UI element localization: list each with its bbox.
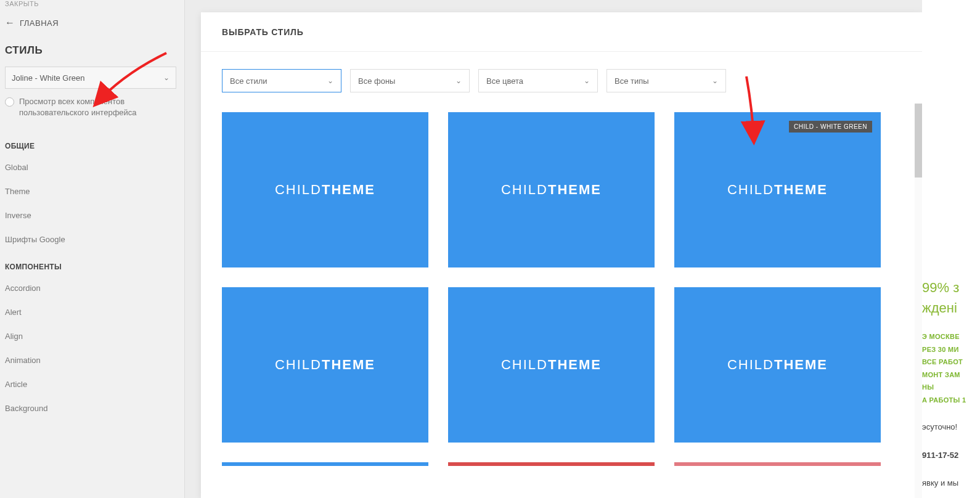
nav-animation[interactable]: Animation [5,348,179,372]
filter-label: Все типы [615,76,649,86]
filter-styles[interactable]: Все стили⌄ [222,69,341,92]
sidebar: ЗАКРЫТЬ ← ГЛАВНАЯ СТИЛЬ Joline - White G… [0,0,185,498]
theme-card[interactable] [448,462,655,466]
bg-text: ВСЕ РАБОТ [922,357,980,367]
theme-badge: CHILD - WHITE GREEN [789,121,872,133]
bg-text: 911-17-52 [922,449,980,462]
bg-text: НЫ [922,382,980,393]
nav-global[interactable]: Global [5,155,179,179]
theme-card-label: CHILDTHEME [275,357,375,373]
back-label: ГЛАВНАЯ [20,18,59,28]
view-all-components-toggle[interactable]: Просмотр всех компонентов пользовательск… [5,96,179,131]
nav-article[interactable]: Article [5,372,179,396]
theme-card-label: CHILDTHEME [275,182,375,198]
theme-card[interactable]: CHILDTHEME [222,287,428,443]
bg-text: РЕЗ 30 МИ [922,345,980,355]
nav-accordion[interactable]: Accordion [5,276,179,300]
style-select-value: Joline - White Green [12,73,85,83]
modal-body: Все стили⌄ Все фоны⌄ Все цвета⌄ Все типы… [201,52,922,498]
chevron-down-icon: ⌄ [712,76,718,85]
chevron-down-icon: ⌄ [327,76,333,85]
bg-text: явку и мы [922,477,980,489]
radio-label: Просмотр всех компонентов пользовательск… [19,96,179,118]
bg-text: 99% з [922,277,980,298]
filter-backgrounds[interactable]: Все фоны⌄ [350,69,470,92]
nav-align[interactable]: Align [5,324,179,348]
group-title-components: КОМПОНЕНТЫ [5,251,179,276]
nav-alert[interactable]: Alert [5,300,179,324]
chevron-down-icon: ⌄ [163,73,169,82]
filter-label: Все цвета [486,76,523,86]
theme-card-label: CHILDTHEME [501,357,602,373]
filter-label: Все стили [230,76,267,86]
filter-types[interactable]: Все типы⌄ [606,69,726,92]
close-link[interactable]: ЗАКРЫТЬ [5,0,179,11]
modal-scrollbar[interactable] [915,104,922,498]
style-picker-modal: ВЫБРАТЬ СТИЛЬ Все стили⌄ Все фоны⌄ Все ц… [201,12,922,498]
chevron-down-icon: ⌄ [584,76,590,85]
style-select[interactable]: Joline - White Green ⌄ [5,67,176,89]
nav-theme[interactable]: Theme [5,179,179,203]
bg-text: ждені [922,298,980,318]
group-title-general: ОБЩИЕ [5,131,179,155]
background-page-slice: 99% з ждені Э МОСКВЕ РЕЗ 30 МИ ВСЕ РАБОТ… [922,0,980,498]
nav-google-fonts[interactable]: Шрифты Google [5,227,179,251]
filter-colors[interactable]: Все цвета⌄ [478,69,598,92]
section-title: СТИЛЬ [5,39,179,67]
theme-card-label: CHILDTHEME [727,182,828,198]
filters-row: Все стили⌄ Все фоны⌄ Все цвета⌄ Все типы… [222,69,901,92]
filter-label: Все фоны [358,76,395,86]
theme-card[interactable]: CHILDTHEME [448,112,655,267]
theme-card[interactable]: CHILDTHEME [448,287,655,443]
theme-card[interactable]: CHILDTHEME [674,287,881,443]
nav-background[interactable]: Background [5,396,179,420]
arrow-left-icon: ← [5,17,15,28]
radio-icon [5,97,14,107]
modal-title: ВЫБРАТЬ СТИЛЬ [222,27,304,37]
main: ВЫБРАТЬ СТИЛЬ Все стили⌄ Все фоны⌄ Все ц… [185,0,980,498]
bg-text: А РАБОТЫ 1 [922,395,980,406]
theme-card-label: CHILDTHEME [501,182,602,198]
bg-text: Э МОСКВЕ [922,332,980,342]
theme-grid-row3 [222,462,901,466]
theme-card[interactable] [674,462,881,466]
modal-header: ВЫБРАТЬ СТИЛЬ [201,12,922,52]
theme-grid: CHILDTHEME CHILDTHEME CHILD - WHITE GREE… [222,112,901,443]
theme-card[interactable]: CHILD - WHITE GREEN CHILDTHEME [674,112,881,267]
scrollbar-thumb[interactable] [915,104,922,178]
theme-card[interactable]: CHILDTHEME [222,112,428,267]
nav-inverse[interactable]: Inverse [5,203,179,227]
bg-text: МОНТ ЗАМ [922,370,980,380]
back-button[interactable]: ← ГЛАВНАЯ [5,11,179,39]
bg-text: эсуточно! [922,421,980,433]
theme-card-label: CHILDTHEME [727,357,828,373]
chevron-down-icon: ⌄ [455,76,462,85]
theme-card[interactable] [222,462,428,466]
